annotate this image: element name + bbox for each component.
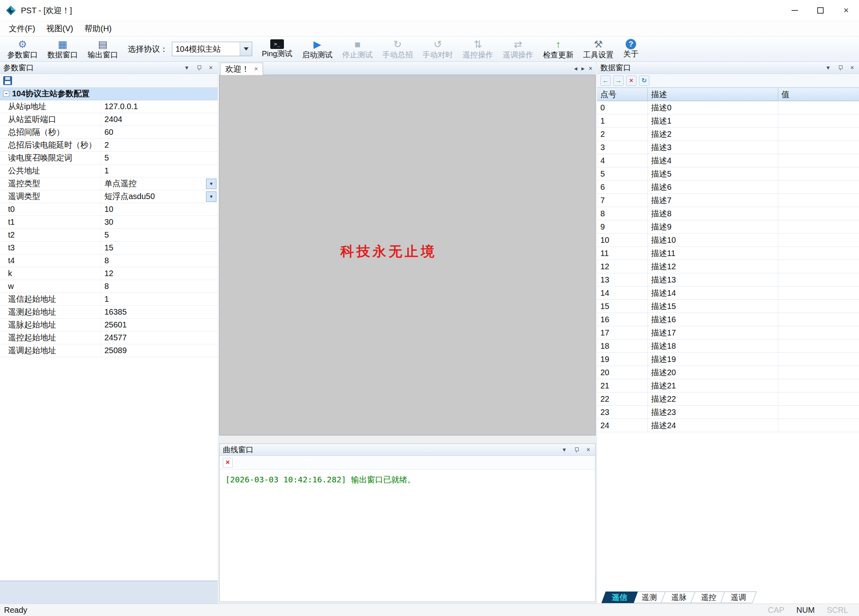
menu-item[interactable]: 帮助(H): [79, 23, 117, 34]
table-row[interactable]: 19描述19: [597, 353, 859, 366]
param-value[interactable]: 8: [101, 254, 218, 267]
tab-yaotiao[interactable]: 遥调: [720, 592, 757, 603]
save-icon[interactable]: [3, 76, 12, 85]
param-value[interactable]: 60: [101, 126, 218, 138]
menu-item[interactable]: 视图(V): [41, 23, 79, 34]
table-row[interactable]: 23描述23: [597, 406, 859, 419]
table-row[interactable]: 2描述2: [597, 128, 859, 141]
param-row: 总招间隔（秒）60: [0, 126, 218, 139]
toolbar-button-label: 检查更新: [543, 50, 573, 60]
close-button[interactable]: ×: [833, 0, 859, 21]
param-name: t1: [0, 216, 101, 228]
table-row[interactable]: 18描述18: [597, 340, 859, 353]
pin-shape-icon: [838, 65, 843, 71]
toolbar-button-check-update[interactable]: ↑检查更新: [538, 37, 578, 61]
panel-menu-icon[interactable]: ▾: [183, 64, 190, 71]
table-row[interactable]: 12描述12: [597, 260, 859, 273]
tab-welcome[interactable]: 欢迎！ ×: [220, 63, 263, 75]
param-value[interactable]: 30: [101, 216, 218, 228]
toolbar-button-about[interactable]: ?关于: [618, 37, 643, 61]
column-header-value[interactable]: 值: [778, 88, 859, 101]
column-header-point-id[interactable]: 点号: [597, 88, 648, 101]
close-icon[interactable]: ×: [849, 64, 856, 71]
dropdown-button[interactable]: ▾: [206, 191, 216, 202]
param-value[interactable]: 25601: [101, 319, 218, 331]
table-row[interactable]: 21描述21: [597, 379, 859, 392]
cell-value: [778, 141, 859, 154]
toolbar-button-data-window[interactable]: ▦数据窗口: [43, 37, 83, 61]
pin-icon[interactable]: [573, 447, 580, 453]
table-row[interactable]: 10描述10: [597, 234, 859, 247]
table-row[interactable]: 15描述15: [597, 300, 859, 313]
param-value[interactable]: 15: [101, 242, 218, 254]
toolbar-button-console[interactable]: >_Ping测试: [257, 37, 297, 61]
tab-scroll-right-icon[interactable]: ▸: [582, 65, 585, 72]
column-header-desc[interactable]: 描述: [648, 88, 778, 101]
table-row[interactable]: 6描述6: [597, 181, 859, 194]
cell-desc: 描述0: [648, 101, 778, 114]
param-value[interactable]: 12: [101, 267, 218, 280]
table-row[interactable]: 4描述4: [597, 154, 859, 167]
param-row: 遥控类型单点遥控▾: [0, 177, 218, 190]
param-value[interactable]: 25089: [101, 344, 218, 357]
tab-scroll-left-icon[interactable]: ◂: [574, 65, 577, 72]
param-value[interactable]: 5: [101, 152, 218, 164]
table-row[interactable]: 5描述5: [597, 167, 859, 181]
table-row[interactable]: 14描述14: [597, 287, 859, 300]
table-row[interactable]: 9描述9: [597, 220, 859, 234]
cell-desc: 描述22: [648, 392, 778, 405]
cell-value: [778, 366, 859, 379]
toolbar-button-param-window[interactable]: ⚙参数窗口: [2, 37, 43, 61]
close-icon[interactable]: ×: [207, 64, 214, 71]
param-value[interactable]: 单点遥控: [101, 177, 205, 190]
pin-icon[interactable]: [837, 65, 844, 71]
tab-yaoxin[interactable]: 遥信: [602, 592, 638, 603]
param-value[interactable]: 1: [101, 165, 218, 177]
nav-left-button[interactable]: ←: [600, 75, 611, 86]
table-row[interactable]: 20描述20: [597, 366, 859, 379]
delete-button[interactable]: ×: [626, 75, 637, 86]
param-value[interactable]: 16385: [101, 306, 218, 318]
param-value[interactable]: 短浮点asdu50: [101, 190, 205, 203]
param-group-row[interactable]: − 104协议主站参数配置: [0, 87, 218, 100]
param-value[interactable]: 2404: [101, 113, 218, 126]
minimize-button[interactable]: [782, 0, 808, 21]
data-toolbar: ← → × ↻: [597, 74, 859, 87]
param-value[interactable]: 5: [101, 229, 218, 241]
param-value[interactable]: 24577: [101, 331, 218, 344]
collapse-icon[interactable]: −: [3, 91, 9, 97]
param-value[interactable]: 127.0.0.1: [101, 100, 218, 113]
table-row[interactable]: 7描述7: [597, 194, 859, 207]
maximize-button[interactable]: [808, 0, 833, 21]
table-row[interactable]: 17描述17: [597, 326, 859, 340]
param-value[interactable]: 8: [101, 280, 218, 293]
refresh-button[interactable]: ↻: [639, 75, 649, 86]
param-value[interactable]: 1: [101, 293, 218, 305]
param-value[interactable]: 2: [101, 139, 218, 151]
menu-item[interactable]: 文件(F): [3, 23, 41, 34]
table-row[interactable]: 0描述0: [597, 101, 859, 114]
table-row[interactable]: 8描述8: [597, 207, 859, 220]
toolbar-button-tool-settings[interactable]: ⚒工具设置: [578, 37, 618, 61]
table-row[interactable]: 3描述3: [597, 141, 859, 154]
toolbar-button-play[interactable]: ▶启动测试: [297, 37, 337, 61]
tab-list-close-icon[interactable]: ×: [589, 65, 592, 72]
tab-close-icon[interactable]: ×: [254, 65, 258, 73]
pin-icon[interactable]: [195, 65, 202, 71]
table-row[interactable]: 1描述1: [597, 114, 859, 128]
close-icon[interactable]: ×: [585, 446, 592, 453]
panel-menu-icon[interactable]: ▾: [561, 446, 568, 453]
table-row[interactable]: 13描述13: [597, 273, 859, 287]
protocol-dropdown-button[interactable]: [240, 42, 252, 56]
toolbar-button-output-window[interactable]: ▤输出窗口: [83, 37, 123, 61]
panel-menu-icon[interactable]: ▾: [824, 64, 832, 71]
nav-right-button[interactable]: →: [613, 75, 624, 86]
clear-log-button[interactable]: ×: [223, 458, 233, 468]
protocol-select[interactable]: 104模拟主站: [172, 42, 252, 56]
param-value[interactable]: 10: [101, 203, 218, 215]
table-row[interactable]: 24描述24: [597, 419, 859, 432]
dropdown-button[interactable]: ▾: [206, 179, 216, 189]
table-row[interactable]: 22描述22: [597, 392, 859, 406]
table-row[interactable]: 16描述16: [597, 313, 859, 326]
table-row[interactable]: 11描述11: [597, 247, 859, 260]
